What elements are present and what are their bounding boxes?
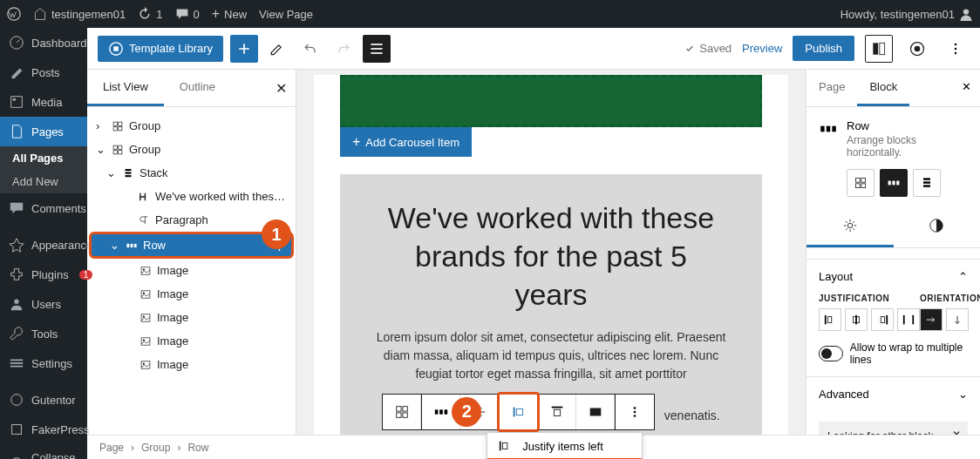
site-name[interactable]: testingemen01 xyxy=(33,7,126,21)
breadcrumb-group[interactable]: Group xyxy=(141,442,170,454)
menu-pages[interactable]: Pages xyxy=(0,117,87,146)
tree-image-3[interactable]: Image xyxy=(87,306,296,329)
variation-stack-button[interactable] xyxy=(913,169,941,197)
inspector-tab-settings[interactable] xyxy=(806,209,894,247)
layout-panel-toggle[interactable]: Layout⌃ xyxy=(819,270,968,283)
tab-list-view[interactable]: List View xyxy=(87,70,164,106)
template-library-button[interactable]: Template Library xyxy=(98,36,223,62)
close-settings-button[interactable]: ✕ xyxy=(962,80,971,93)
breadcrumb-page[interactable]: Page xyxy=(99,442,124,454)
svg-rect-89 xyxy=(827,317,831,323)
tree-image-1[interactable]: Image xyxy=(87,259,296,282)
tree-group-1[interactable]: ›Group xyxy=(87,114,296,138)
howdy-user[interactable]: Howdy, testingemen01 xyxy=(840,7,973,21)
tab-block[interactable]: Block xyxy=(857,70,909,106)
gutentor-icon-button[interactable] xyxy=(903,35,931,63)
svg-point-20 xyxy=(955,43,957,45)
tree-image-2[interactable]: Image xyxy=(87,282,296,306)
menu-gutentor[interactable]: Gutentor xyxy=(0,385,87,415)
orientation-horizontal-button[interactable] xyxy=(920,308,943,331)
svg-rect-94 xyxy=(903,315,905,325)
svg-rect-85 xyxy=(923,185,930,186)
svg-rect-24 xyxy=(119,122,122,125)
close-listview-button[interactable]: ✕ xyxy=(276,80,287,97)
svg-rect-47 xyxy=(397,406,401,410)
toolbar-parent-button[interactable] xyxy=(383,395,421,429)
svg-point-38 xyxy=(143,268,145,270)
svg-rect-14 xyxy=(371,48,382,50)
menu-collapse[interactable]: Collapse menu xyxy=(0,444,87,459)
justify-left-option[interactable]: Justify items left xyxy=(487,433,641,459)
svg-rect-58 xyxy=(590,408,602,415)
justify-right-button[interactable] xyxy=(871,308,894,331)
inspector-tab-styles[interactable] xyxy=(894,209,981,247)
add-carousel-item-button[interactable]: +Add Carousel Item xyxy=(340,127,472,157)
svg-point-19 xyxy=(915,45,921,51)
content-paragraph[interactable]: Lorem ipsum dolor sit amet, consectetur … xyxy=(375,328,727,383)
toolbar-width-button[interactable] xyxy=(576,395,615,429)
tree-stack[interactable]: ⌄Stack xyxy=(87,161,296,185)
svg-point-4 xyxy=(14,300,18,304)
toolbar-align-button[interactable] xyxy=(538,395,576,429)
orientation-vertical-button[interactable] xyxy=(946,308,969,331)
menu-fakerpress[interactable]: FakerPress xyxy=(0,415,87,444)
submenu-all-pages[interactable]: All Pages xyxy=(0,146,87,170)
options-menu-button[interactable] xyxy=(942,35,970,63)
svg-rect-26 xyxy=(119,126,122,130)
svg-rect-80 xyxy=(888,181,890,186)
advanced-panel-toggle[interactable]: Advanced⌄ xyxy=(819,388,968,401)
menu-appearance[interactable]: Appearance xyxy=(0,230,87,260)
block-name: Row xyxy=(847,119,968,132)
submenu-add-new[interactable]: Add New xyxy=(0,170,87,193)
settings-toggle-button[interactable] xyxy=(865,35,893,63)
menu-posts[interactable]: Posts xyxy=(0,57,87,87)
svg-rect-16 xyxy=(873,43,878,54)
menu-media[interactable]: Media xyxy=(0,87,87,117)
redo-button[interactable] xyxy=(330,35,357,63)
menu-tools[interactable]: Tools xyxy=(0,319,87,348)
tab-page[interactable]: Page xyxy=(806,70,857,106)
menu-dashboard[interactable]: Dashboard xyxy=(0,28,87,57)
svg-rect-50 xyxy=(403,412,407,416)
listview-toggle-button[interactable] xyxy=(363,35,391,63)
wrap-toggle[interactable] xyxy=(819,346,843,361)
svg-rect-5 xyxy=(10,360,23,361)
variation-row-button[interactable] xyxy=(880,169,908,197)
comments-link[interactable]: 0 xyxy=(175,7,200,21)
svg-rect-62 xyxy=(500,442,501,451)
updates-link[interactable]: 1 xyxy=(138,7,162,21)
publish-button[interactable]: Publish xyxy=(793,36,854,61)
view-page-link[interactable]: View Page xyxy=(259,8,313,21)
annotation-highlight-2 xyxy=(497,392,540,432)
justify-center-button[interactable] xyxy=(845,308,868,331)
svg-rect-82 xyxy=(896,181,899,186)
menu-plugins[interactable]: Plugins1 xyxy=(0,260,87,289)
tree-group-2[interactable]: ⌄Group xyxy=(87,138,296,161)
menu-comments[interactable]: Comments xyxy=(0,193,87,223)
svg-rect-78 xyxy=(855,184,860,188)
undo-button[interactable] xyxy=(296,35,324,63)
preview-button[interactable]: Preview xyxy=(742,42,782,55)
new-link[interactable]: +New xyxy=(212,6,247,22)
svg-point-8 xyxy=(11,395,23,406)
tree-image-5[interactable]: Image xyxy=(87,353,296,376)
wp-logo[interactable] xyxy=(7,7,21,21)
tree-heading[interactable]: We've worked with these brand... xyxy=(87,185,296,208)
justify-between-button[interactable] xyxy=(897,308,920,331)
content-block: We've worked with these brands for the p… xyxy=(340,174,762,459)
svg-rect-95 xyxy=(912,315,914,325)
justify-left-button[interactable] xyxy=(819,308,841,331)
tree-image-4[interactable]: Image xyxy=(87,329,296,353)
variation-group-button[interactable] xyxy=(847,169,875,197)
content-heading[interactable]: We've worked with these brands for the p… xyxy=(375,199,727,314)
toolbar-justify-button[interactable] xyxy=(500,395,538,429)
toolbar-options-button[interactable] xyxy=(616,395,654,429)
edit-tool-button[interactable] xyxy=(263,35,291,63)
breadcrumb-row[interactable]: Row xyxy=(187,442,208,454)
add-block-button[interactable] xyxy=(230,35,258,63)
tab-outline[interactable]: Outline xyxy=(164,70,231,106)
menu-settings[interactable]: Settings xyxy=(0,348,87,378)
svg-rect-84 xyxy=(923,181,930,183)
svg-point-61 xyxy=(634,415,636,417)
menu-users[interactable]: Users xyxy=(0,289,87,319)
